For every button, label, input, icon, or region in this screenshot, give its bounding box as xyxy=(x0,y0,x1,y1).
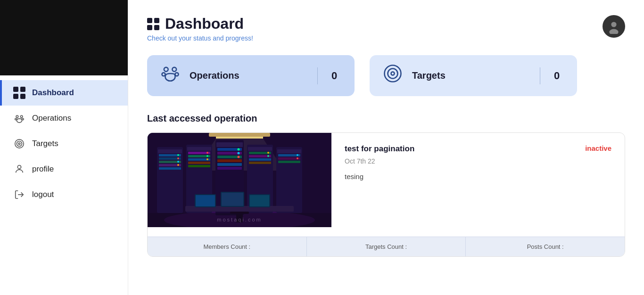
svg-rect-60 xyxy=(249,158,271,161)
svg-rect-51 xyxy=(217,163,242,166)
page-subtitle: Check out your status and progress! xyxy=(147,34,253,42)
svg-point-63 xyxy=(267,155,269,157)
page-title-block: Dashboard Check out your status and prog… xyxy=(147,15,253,42)
sidebar-item-dashboard[interactable]: Dashboard xyxy=(0,80,128,106)
svg-point-69 xyxy=(297,154,298,156)
sidebar-nav: Dashboard Operations xyxy=(0,75,128,295)
sidebar-item-label: logout xyxy=(32,190,54,199)
svg-rect-57 xyxy=(248,147,272,151)
stat-divider xyxy=(317,67,318,84)
svg-rect-46 xyxy=(216,142,243,147)
dashboard-grid-icon xyxy=(147,18,159,30)
sidebar-item-label: Operations xyxy=(32,114,71,123)
svg-point-12 xyxy=(164,67,168,72)
svg-rect-52 xyxy=(217,167,242,170)
svg-rect-22 xyxy=(216,137,263,139)
svg-point-14 xyxy=(162,73,165,76)
main-content: Dashboard Check out your status and prog… xyxy=(128,0,644,295)
sidebar-item-targets[interactable]: Targets xyxy=(0,131,128,156)
stat-card-targets[interactable]: Targets 0 xyxy=(370,55,577,96)
stats-row: Operations 0 Targets 0 xyxy=(147,55,625,96)
sidebar-logo xyxy=(0,0,128,75)
svg-point-43 xyxy=(206,155,208,157)
stat-label-operations: Operations xyxy=(190,70,308,81)
svg-text:mostaqi.com: mostaqi.com xyxy=(217,217,262,222)
svg-rect-68 xyxy=(278,161,300,163)
sidebar-item-profile[interactable]: profile xyxy=(0,156,128,182)
svg-rect-40 xyxy=(188,162,210,164)
person-icon xyxy=(13,163,25,175)
svg-rect-50 xyxy=(217,159,242,162)
svg-point-54 xyxy=(238,152,240,155)
svg-rect-41 xyxy=(188,165,210,167)
footer-targets: Targets Count : xyxy=(307,237,466,256)
svg-point-13 xyxy=(172,67,176,72)
svg-rect-30 xyxy=(159,167,181,170)
svg-rect-76 xyxy=(222,193,243,206)
sidebar-item-logout[interactable]: logout xyxy=(0,182,128,207)
svg-point-18 xyxy=(391,72,395,75)
svg-point-10 xyxy=(611,22,616,27)
stat-divider-2 xyxy=(540,67,540,84)
sidebar-item-label: Targets xyxy=(32,139,58,148)
sidebar-item-operations[interactable]: Operations xyxy=(0,106,128,131)
stat-count-operations: 0 xyxy=(327,70,341,82)
svg-point-33 xyxy=(177,161,179,163)
stat-label-targets: Targets xyxy=(412,70,530,81)
svg-point-44 xyxy=(206,158,208,160)
avatar[interactable] xyxy=(603,15,625,38)
sidebar-item-label: Dashboard xyxy=(32,88,74,98)
svg-point-17 xyxy=(388,69,398,79)
svg-rect-78 xyxy=(250,195,269,206)
operation-image: mostaqi.com xyxy=(148,133,331,227)
svg-point-70 xyxy=(297,157,298,159)
svg-rect-61 xyxy=(249,162,271,164)
grid-icon xyxy=(13,87,25,99)
svg-point-16 xyxy=(385,66,401,82)
svg-point-7 xyxy=(17,165,21,169)
sidebar-item-label: profile xyxy=(32,164,54,174)
svg-point-4 xyxy=(15,139,24,148)
svg-point-34 xyxy=(177,164,179,166)
section-title-last-op: Last accessed operation xyxy=(147,113,625,124)
svg-point-5 xyxy=(17,141,22,147)
op-title: test for pagination xyxy=(345,144,414,154)
op-desc: tesing xyxy=(345,172,611,180)
operations-icon xyxy=(160,64,180,88)
page-title: Dashboard xyxy=(147,15,253,33)
main-header: Dashboard Check out your status and prog… xyxy=(147,15,625,42)
svg-rect-73 xyxy=(196,195,215,206)
paw-icon xyxy=(13,112,25,124)
svg-rect-21 xyxy=(209,133,270,137)
operation-card-body: mostaqi.com test for pagination inactive… xyxy=(148,133,625,237)
op-status: inactive xyxy=(585,144,611,152)
sidebar: Dashboard Operations xyxy=(0,0,128,295)
operation-card-footer: Members Count : Targets Count : Posts Co… xyxy=(148,237,625,256)
svg-rect-65 xyxy=(277,149,301,153)
operation-info: test for pagination inactive Oct 7th 22 … xyxy=(331,133,625,237)
stat-card-operations[interactable]: Operations 0 xyxy=(147,55,355,96)
op-date: Oct 7th 22 xyxy=(345,157,611,165)
svg-point-31 xyxy=(177,154,179,156)
logout-icon xyxy=(13,188,25,201)
svg-rect-24 xyxy=(157,147,183,213)
svg-rect-64 xyxy=(276,147,302,213)
stat-count-targets: 0 xyxy=(550,70,564,82)
target-icon xyxy=(13,138,25,150)
svg-point-55 xyxy=(238,156,240,158)
targets-icon xyxy=(383,64,403,88)
svg-rect-25 xyxy=(158,149,182,153)
svg-point-0 xyxy=(16,115,18,118)
svg-point-42 xyxy=(206,152,208,154)
op-title-row: test for pagination inactive xyxy=(345,144,611,154)
footer-posts: Posts Count : xyxy=(466,237,625,256)
operation-card: mostaqi.com test for pagination inactive… xyxy=(147,132,625,257)
svg-point-62 xyxy=(267,152,269,154)
svg-point-53 xyxy=(238,148,240,151)
svg-point-1 xyxy=(20,115,23,118)
svg-point-32 xyxy=(177,157,179,159)
svg-rect-36 xyxy=(187,147,211,151)
footer-members: Members Count : xyxy=(148,237,307,256)
svg-point-6 xyxy=(18,143,20,145)
